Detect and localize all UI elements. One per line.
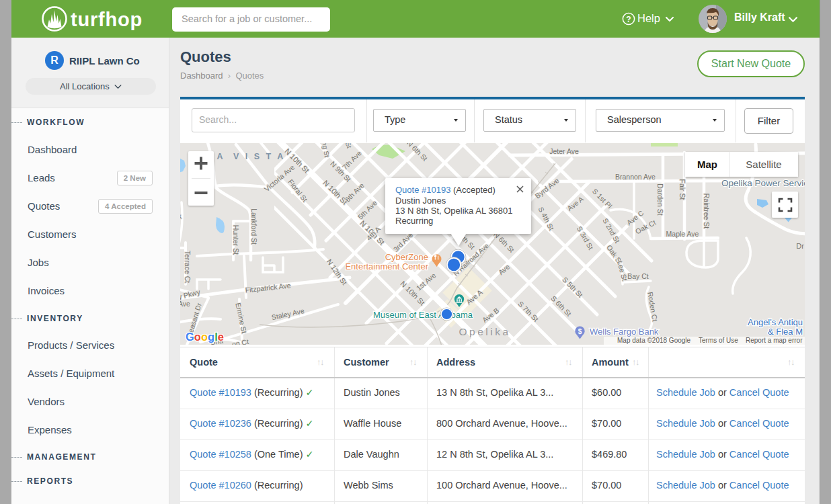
- svg-text:Dr: Dr: [796, 242, 804, 250]
- svg-text:Angel's Antiqu: Angel's Antiqu: [748, 317, 803, 327]
- svg-text:Maple Ave: Maple Ave: [666, 230, 699, 238]
- svg-text:CyberZone: CyberZone: [385, 252, 428, 262]
- svg-text:Museum of East Alabama: Museum of East Alabama: [373, 310, 473, 320]
- svg-text:Dustin Jones: Dustin Jones: [395, 196, 446, 206]
- svg-text:Map data ©2018 Google: Map data ©2018 Google: [617, 337, 691, 344]
- svg-text:Google: Google: [186, 331, 224, 343]
- svg-text:Ave: Ave: [180, 300, 190, 308]
- svg-text:Recurring: Recurring: [395, 216, 433, 226]
- svg-text:Satellite: Satellite: [746, 159, 781, 170]
- svg-text:$: $: [578, 328, 582, 335]
- svg-text:Brannon Ave: Brannon Ave: [615, 173, 656, 181]
- svg-text:13 N 8th St, Opelika AL 36801: 13 N 8th St, Opelika AL 36801: [395, 206, 512, 216]
- svg-text:Quote #10193 (Accepted): Quote #10193 (Accepted): [395, 185, 496, 195]
- svg-text:Terms of Use: Terms of Use: [699, 337, 738, 344]
- svg-text:Lankford St: Lankford St: [250, 208, 258, 245]
- svg-text:Raintree St: Raintree St: [703, 194, 711, 229]
- svg-text:Jeter Ave: Jeter Ave: [549, 147, 579, 155]
- svg-text:Darden St: Darden St: [656, 183, 664, 215]
- svg-text:?: ?: [626, 15, 631, 24]
- svg-text:T A V I S T A: T A V I S T A: [206, 152, 285, 161]
- svg-text:Map: Map: [697, 159, 717, 170]
- svg-text:Hunter St: Hunter St: [232, 225, 240, 255]
- svg-text:Opelika: Opelika: [459, 326, 510, 337]
- svg-text:Report a map error: Report a map error: [746, 337, 803, 344]
- svg-text:Wells Fargo Bank: Wells Fargo Bank: [590, 327, 659, 337]
- svg-text:Bay Ct: Bay Ct: [627, 272, 649, 280]
- svg-text:turfhop: turfhop: [71, 9, 143, 30]
- svg-text:Entertainment Center: Entertainment Center: [345, 261, 428, 271]
- svg-text:& Flea M: & Flea M: [768, 327, 803, 337]
- svg-text:Opelika Power Service: Opelika Power Service: [721, 178, 805, 188]
- svg-text:Fair St: Fair St: [678, 179, 686, 200]
- svg-text:Terrace Ct: Terrace Ct: [184, 251, 192, 284]
